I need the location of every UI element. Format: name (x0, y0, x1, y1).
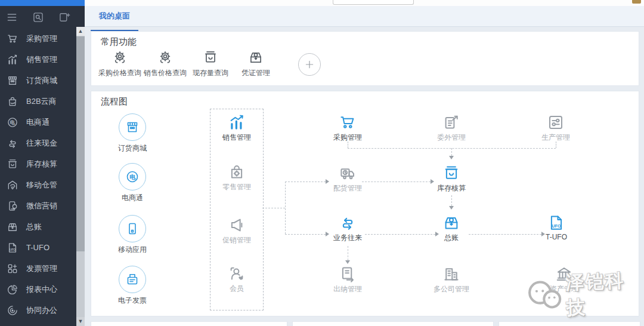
chart-icon (7, 54, 18, 66)
chart-icon (228, 113, 246, 131)
flow-node-peihuo[interactable]: 配货管理 (333, 164, 362, 193)
flow-node-caigou[interactable]: 采购管理 (333, 113, 362, 143)
flow-node-dinghuo[interactable]: 订货商城 (118, 113, 147, 153)
node-circle (119, 113, 146, 141)
sidebar-item-0[interactable]: 采购管理 (0, 28, 76, 49)
flow-node-chuna[interactable]: 出纳管理 (333, 265, 362, 294)
report-icon (7, 284, 18, 296)
add-quick-function-button[interactable] (298, 53, 321, 76)
search-window-icon[interactable] (32, 11, 44, 23)
flow-node-shengchan[interactable]: 生产管理 (541, 113, 570, 143)
flow-connector (451, 195, 452, 206)
truck-icon (339, 164, 357, 182)
flow-node-zongzhang[interactable]: 总账 (442, 214, 460, 243)
sidebar-item-3[interactable]: B2B云商 (0, 91, 76, 112)
flow-connector (348, 246, 348, 260)
bottom-card-2 (292, 321, 494, 326)
bank-icon (555, 265, 573, 283)
hamburger-icon[interactable] (6, 11, 18, 23)
scrollbar-thumb[interactable] (76, 36, 85, 251)
sidebar-item-2[interactable]: 订货商城 (0, 70, 76, 91)
ledger-icon (248, 50, 264, 65)
flow-node-yidong[interactable]: 移动应用 (118, 215, 147, 255)
cashier-icon (339, 265, 357, 283)
sidebar-item-8[interactable]: 微信营销 (0, 195, 76, 216)
sidebar-item-label: 订货商城 (26, 75, 57, 86)
quick-access-card: 常用功能 采购价格查询销售价格查询现存量查询凭证管理 (91, 31, 639, 86)
sidebar-item-5[interactable]: 往来现金 (0, 133, 76, 153)
bottom-card-3 (499, 321, 640, 326)
sidebar-item-label: 协同办公 (26, 305, 57, 316)
sidebar-menu: 采购管理销售管理订货商城B2B云商电电商通往来现金库存核算移动仓管微信营销总账U… (0, 28, 76, 321)
sidebar-item-label: 总账 (26, 222, 42, 232)
cart-icon (7, 33, 18, 45)
quick-item-1[interactable]: 销售价格查询 (143, 50, 188, 78)
flow-node-label: 采购管理 (333, 133, 362, 143)
bag-icon (7, 96, 18, 107)
sidebar-item-9[interactable]: 总账 (0, 216, 76, 237)
flow-node-cuxiao[interactable]: 促销管理 (222, 216, 251, 245)
sidebar-item-label: 发票管理 (26, 263, 57, 274)
sidebar-item-label: B2B云商 (26, 96, 57, 107)
sidebar-item-label: 电商通 (26, 117, 49, 128)
flow-node-huiyuan[interactable]: 会员 (228, 265, 246, 294)
sidebar-item-label: 库存核算 (26, 159, 57, 170)
flow-node-label: 出纳管理 (333, 284, 362, 294)
flow-node-kucun[interactable]: 库存核算 (437, 164, 466, 193)
quick-item-0[interactable]: 采购价格查询 (97, 50, 143, 78)
node-circle: 电 (119, 163, 146, 190)
archive-icon (442, 164, 460, 182)
flow-connector (469, 234, 541, 235)
flowchart-title: 流程图 (101, 96, 128, 107)
svg-text:UFO: UFO (552, 223, 561, 229)
flow-arrowhead (345, 260, 350, 264)
flow-node-dianzifapiao[interactable]: 电子发票 (118, 266, 147, 306)
collab-icon (7, 305, 18, 316)
sidebar-scrollbar[interactable]: ▲ ▼ (76, 27, 85, 326)
warehouse-icon (7, 179, 18, 191)
quick-item-3[interactable]: 凭证管理 (233, 50, 278, 78)
sidebar-item-10[interactable]: UFOT-UFO (0, 237, 76, 258)
sidebar-item-6[interactable]: 库存核算 (0, 153, 76, 174)
flow-node-label: 生产管理 (541, 133, 570, 143)
scrollbar-down-icon[interactable]: ▼ (76, 317, 85, 326)
flow-node-label: 总账 (444, 233, 459, 243)
tab-my-desktop[interactable]: 我的桌面 (91, 6, 138, 27)
flow-node-tufo[interactable]: UFOT-UFO (546, 214, 567, 241)
scrollbar-up-icon[interactable]: ▲ (76, 27, 85, 36)
flow-node-weiwai[interactable]: 委外管理 (437, 113, 466, 143)
quick-item-label: 凭证管理 (242, 68, 270, 78)
flow-node-zichan[interactable]: 资产管理 (550, 265, 578, 294)
browser-chrome-strip (85, 0, 644, 6)
buildings-icon (442, 265, 460, 283)
sidebar-item-11[interactable]: 发票管理 (0, 258, 76, 279)
node-circle (119, 215, 146, 242)
flow-arrowhead (326, 232, 329, 236)
flow-node-dianshangtong[interactable]: 电电商通 (119, 163, 146, 203)
flow-arrowhead (449, 156, 454, 159)
sidebar-item-label: 往来现金 (26, 138, 57, 149)
sidebar-item-13[interactable]: 协同办公 (0, 300, 76, 321)
flow-connector (285, 182, 286, 234)
flow-node-label: 委外管理 (437, 133, 466, 143)
flow-node-label: 电商通 (122, 193, 143, 203)
sidebar-item-12[interactable]: 报表中心 (0, 279, 76, 300)
sidebar-item-4[interactable]: 电电商通 (0, 112, 76, 133)
flow-node-xiaoshou[interactable]: 销售管理 (222, 113, 251, 143)
sidebar-item-1[interactable]: 销售管理 (0, 49, 76, 70)
plus-icon (304, 59, 315, 70)
flow-node-duogongsi[interactable]: 多公司管理 (434, 265, 469, 294)
flow-node-lingshou[interactable]: 零售管理 (222, 163, 251, 192)
flow-arrowhead (541, 232, 545, 236)
flow-node-label: 资产管理 (550, 284, 578, 294)
swap-icon (7, 137, 18, 149)
quick-item-2[interactable]: 现存量查询 (188, 50, 233, 78)
flow-node-yewu[interactable]: 业务往来 (333, 214, 362, 243)
sidebar-item-7[interactable]: 移动仓管 (0, 174, 76, 195)
flow-node-label: 销售管理 (222, 133, 251, 143)
browser-extension-icon (632, 0, 641, 4)
new-window-icon[interactable] (58, 11, 70, 23)
ledger-icon (442, 214, 460, 232)
member-icon (228, 265, 246, 282)
node-circle (119, 266, 146, 293)
